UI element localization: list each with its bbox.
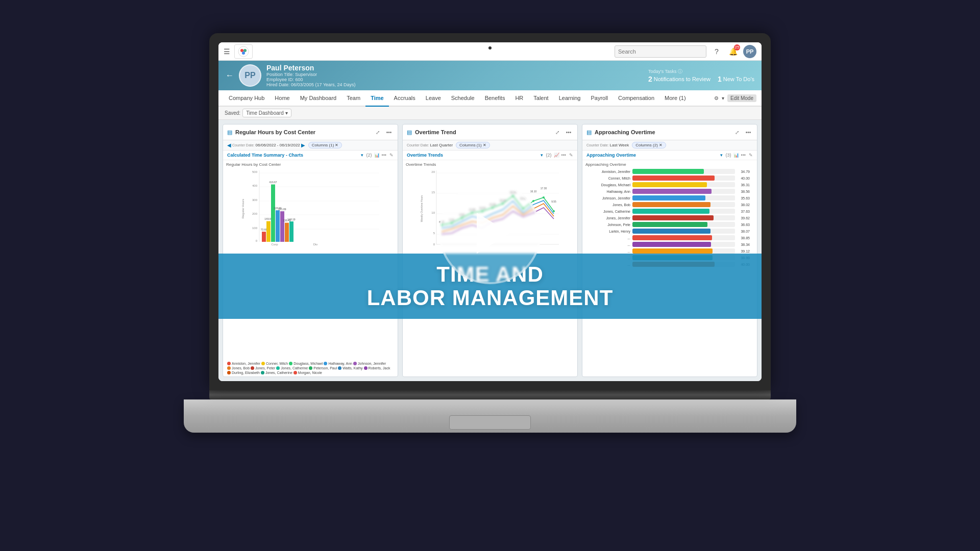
svg-point-3 (242, 52, 245, 55)
nav-item-compensation[interactable]: Compensation (613, 90, 659, 107)
screen-content: ☰ ? (218, 42, 762, 381)
video-overlay: TIME AND LABOR MANAGEMENT (218, 120, 762, 381)
top-bar: ☰ ? (218, 42, 762, 61)
edit-mode-toggle[interactable]: Edit Mode (727, 94, 756, 102)
nav-item-benefits[interactable]: Benefits (480, 90, 510, 107)
nav-bar: Company HubHomeMy DashboardTeamTimeAccru… (218, 90, 762, 107)
trackpad[interactable] (449, 415, 531, 430)
nav-item-team[interactable]: Team (341, 90, 365, 107)
play-button[interactable] (439, 182, 541, 284)
todos-label: New To Do's (723, 76, 754, 82)
saved-dropdown-label: Time Dashboard (246, 110, 284, 116)
webcam-dot (488, 46, 492, 49)
profile-hired: Hired Date: 06/03/2005 (17 Years, 24 Day… (266, 82, 643, 87)
nav-right: ⚙ ▾ Edit Mode (714, 94, 756, 102)
logo (234, 44, 253, 59)
top-bar-icons: ? 🔔 25 PP (710, 45, 756, 58)
profile-info: Paul Peterson Position Title: Supervisor… (266, 64, 643, 87)
tasks-section: Today's Tasks ⓘ 2 Notifications to Revie… (648, 68, 754, 83)
nav-item-time[interactable]: Time (365, 90, 388, 107)
notifications-task: 2 Notifications to Review (648, 75, 710, 83)
svg-point-1 (240, 49, 243, 52)
nav-item-company-hub[interactable]: Company Hub (224, 90, 270, 107)
nav-item-learning[interactable]: Learning (554, 90, 586, 107)
panels-row: ▤ Regular Hours by Cost Center ⤢ ••• ◀ C… (218, 120, 762, 381)
saved-bar: Saved: Time Dashboard ▾ (218, 107, 762, 120)
svg-point-2 (243, 49, 247, 52)
dropdown-arrow: ▾ (285, 110, 288, 116)
laptop-container: ☰ ? (184, 33, 796, 518)
play-triangle-icon (477, 213, 510, 254)
nav-items: Company HubHomeMy DashboardTeamTimeAccru… (224, 90, 691, 106)
nav-item-talent[interactable]: Talent (528, 90, 553, 107)
tasks-items: 2 Notifications to Review 1 New To Do's (648, 75, 754, 83)
help-icon: ? (715, 47, 719, 56)
profile-tasks: Today's Tasks ⓘ 2 Notifications to Revie… (648, 68, 754, 83)
notifications-label: Notifications to Review (654, 76, 710, 82)
settings-arrow[interactable]: ▾ (722, 95, 724, 101)
saved-dropdown[interactable]: Time Dashboard ▾ (242, 109, 291, 117)
saved-label: Saved: (225, 110, 240, 116)
profile-employee-id: Employee ID: 600 (266, 77, 643, 82)
profile-name: Paul Peterson (266, 64, 643, 72)
video-title-line2: LABOR MANAGEMENT (239, 286, 741, 310)
search-input[interactable] (615, 45, 706, 58)
nav-item-schedule[interactable]: Schedule (446, 90, 480, 107)
nav-item-hr[interactable]: HR (510, 90, 528, 107)
laptop-lid: ☰ ? (209, 33, 771, 390)
notifications-count: 2 (648, 75, 652, 83)
profile-avatar: PP (239, 64, 261, 87)
back-button[interactable]: ← (226, 71, 234, 80)
nav-item-accruals[interactable]: Accruals (389, 90, 421, 107)
avatar[interactable]: PP (743, 45, 756, 58)
screen-bezel: ☰ ? (218, 42, 762, 381)
laptop-base (184, 399, 796, 433)
profile-title: Position Title: Supervisor (266, 72, 643, 77)
nav-item-more-(1)[interactable]: More (1) (659, 90, 691, 107)
help-button[interactable]: ? (710, 45, 723, 58)
settings-icon[interactable]: ⚙ (714, 95, 719, 101)
tasks-label: Today's Tasks ⓘ (648, 68, 682, 75)
notification-badge: 25 (734, 44, 740, 51)
nav-item-leave[interactable]: Leave (421, 90, 446, 107)
laptop-hinge (209, 390, 771, 399)
profile-bar: ← PP Paul Peterson Position Title: Super… (218, 61, 762, 90)
nav-item-home[interactable]: Home (270, 90, 295, 107)
notification-button[interactable]: 🔔 25 (727, 45, 739, 58)
todos-task: 1 New To Do's (718, 75, 754, 83)
nav-item-my-dashboard[interactable]: My Dashboard (295, 90, 342, 107)
nav-item-payroll[interactable]: Payroll (585, 90, 613, 107)
todos-count: 1 (718, 75, 722, 83)
hamburger-icon[interactable]: ☰ (224, 47, 230, 56)
